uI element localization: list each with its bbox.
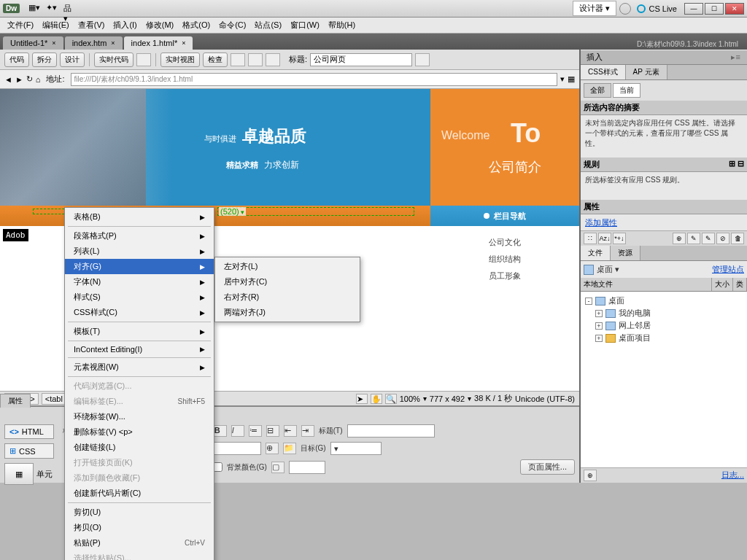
inspect-button[interactable]: 检查 (203, 52, 228, 67)
zoom-value[interactable]: 100% (400, 394, 420, 403)
live-code-icon[interactable] (136, 53, 151, 66)
css-styles-tab[interactable]: CSS样式 (581, 65, 626, 79)
tool-icon-1[interactable] (415, 53, 430, 66)
menu-help[interactable]: 帮助(H) (324, 18, 360, 32)
menu-view[interactable]: 查看(V) (74, 18, 109, 32)
tree-network[interactable]: +网上邻居 (585, 319, 743, 332)
menu-edit[interactable]: 编辑(E) (38, 18, 74, 32)
log-link[interactable]: 日志... (721, 470, 744, 481)
cm-edit-tag[interactable]: 编辑标签(E)...Shift+F5 (65, 394, 214, 409)
close-button[interactable]: ✕ (725, 3, 744, 15)
link-icon[interactable]: ⊕ (266, 443, 279, 454)
site-select[interactable]: 桌面 ▾ (597, 264, 709, 275)
menu-format[interactable]: 格式(O) (178, 18, 214, 32)
add-property-link[interactable]: 添加属性 (585, 218, 617, 227)
cm-cut[interactable]: 剪切(U) (65, 505, 214, 520)
cm-incontext[interactable]: InContext Editing(I)▶ (65, 343, 214, 356)
tab-index-1-html[interactable]: index 1.html*× (124, 36, 193, 50)
extend-icon[interactable]: ✦▾ (46, 3, 58, 15)
cm-css-style[interactable]: CSS样式(C)▶ (65, 305, 214, 320)
color-swatch[interactable]: ▢ (271, 462, 285, 473)
title-prop-input[interactable] (347, 424, 435, 438)
refresh-icon[interactable]: ↻ (26, 74, 33, 84)
cm-open-link[interactable]: 打开链接页面(K) (65, 455, 214, 470)
css-mode-button[interactable]: CSS (4, 443, 54, 459)
selected-text[interactable]: Adob (3, 229, 28, 241)
italic-icon[interactable]: I (231, 425, 244, 437)
close-icon[interactable]: × (111, 39, 115, 47)
cm-paste-special[interactable]: 选择性粘贴(S)... (65, 551, 214, 560)
address-go-icon[interactable]: ▾ (560, 74, 565, 84)
ap-elements-tab[interactable]: AP 元素 (626, 65, 667, 79)
cslive-button[interactable]: CS Live (637, 4, 677, 13)
cm-font[interactable]: 字体(N)▶ (65, 274, 214, 289)
insert-panel-header[interactable]: 插入▸≡ (581, 50, 747, 65)
page-properties-button[interactable]: 页面属性... (520, 459, 575, 475)
close-icon[interactable]: × (52, 39, 55, 47)
sm-align-center[interactable]: 居中对齐(C) (215, 274, 360, 289)
az-icon[interactable]: Az↓ (598, 233, 611, 244)
html-mode-button[interactable]: HTML (4, 424, 54, 439)
close-icon[interactable]: × (182, 39, 185, 47)
address-input[interactable] (71, 73, 558, 86)
list-icon[interactable]: ≔ (249, 425, 262, 437)
home-icon[interactable]: ⌂ (36, 75, 41, 84)
set-icon[interactable]: *+↓ (613, 233, 626, 244)
edit-rule-icon[interactable]: ✎ (702, 233, 715, 244)
all-subtab[interactable]: 全部 (584, 83, 611, 98)
col-size[interactable]: 大小 (712, 278, 733, 291)
col-local[interactable]: 本地文件 (581, 278, 712, 291)
cm-add-color[interactable]: 添加到颜色收藏(F) (65, 470, 214, 486)
site-icon[interactable]: 品▾ (63, 3, 75, 15)
cm-element-view[interactable]: 元素视图(W)▶ (65, 359, 214, 375)
cm-list[interactable]: 列表(L)▶ (65, 244, 214, 259)
live-view-button[interactable]: 实时视图 (160, 52, 200, 67)
cm-remove-tag[interactable]: 删除标签(V) <p> (65, 424, 214, 440)
disable-icon[interactable]: ⊘ (716, 233, 729, 244)
folder-icon[interactable]: 📁 (283, 443, 296, 454)
tree-desktop[interactable]: -桌面 (585, 295, 743, 307)
maximize-button[interactable]: ☐ (705, 3, 724, 15)
dimensions[interactable]: 777 x 492 (430, 394, 465, 403)
cm-templates[interactable]: 模板(T)▶ (65, 324, 214, 339)
forward-icon[interactable]: ► (15, 75, 23, 84)
numlist-icon[interactable]: ⊟ (266, 425, 279, 437)
menu-file[interactable]: 文件(F) (3, 18, 38, 32)
cm-align[interactable]: 对齐(G)▶ (65, 259, 214, 274)
tag-table[interactable]: <tabl (42, 393, 66, 405)
tree-desktop-items[interactable]: +桌面项目 (585, 332, 743, 344)
col-type[interactable]: 类 (733, 278, 747, 291)
sm-align-left[interactable]: 左对齐(L) (215, 259, 360, 274)
delete-icon[interactable]: 🗑 (731, 233, 744, 244)
tab-index-htm[interactable]: index.htm× (65, 36, 123, 50)
cm-table[interactable]: 表格(B)▶ (65, 209, 214, 225)
menu-modify[interactable]: 修改(M) (142, 18, 179, 32)
options-icon[interactable] (266, 53, 280, 66)
tree-mycomputer[interactable]: +我的电脑 (585, 307, 743, 319)
menu-commands[interactable]: 命令(C) (214, 18, 250, 32)
files-tab[interactable]: 文件 (581, 246, 611, 260)
menu-insert[interactable]: 插入(I) (109, 18, 141, 32)
hand-icon[interactable]: ✋ (371, 394, 382, 404)
cm-code-navigator[interactable]: 代码浏览器(C)... (65, 378, 214, 394)
properties-tab[interactable]: 属性 (0, 394, 31, 408)
current-subtab[interactable]: 当前 (613, 83, 640, 98)
cm-make-link[interactable]: 创建链接(L) (65, 440, 214, 455)
cm-wrap-tag[interactable]: 环绕标签(W)... (65, 409, 214, 424)
manage-sites-link[interactable]: 管理站点 (712, 264, 744, 275)
title-input[interactable] (310, 53, 412, 66)
indent-icon[interactable]: ⇥ (301, 425, 314, 437)
cm-style[interactable]: 样式(S)▶ (65, 289, 214, 305)
split-view-button[interactable]: 拆分 (32, 52, 57, 67)
refresh-icon[interactable] (248, 53, 263, 66)
new-rule-icon[interactable]: ✎ (687, 233, 700, 244)
cascade-icon[interactable]: ∷ (584, 233, 597, 244)
bgcolor-input[interactable] (289, 461, 325, 474)
outdent-icon[interactable]: ⇤ (284, 425, 297, 437)
sidebar-link[interactable]: 公司文化 (489, 237, 521, 248)
link-css-icon[interactable]: ⊕ (673, 233, 686, 244)
cm-paragraph[interactable]: 段落格式(P)▶ (65, 228, 214, 244)
menu-window[interactable]: 窗口(W) (286, 18, 324, 32)
layout-icon[interactable]: ▦▾ (28, 3, 40, 15)
design-view-button[interactable]: 设计 (60, 52, 85, 67)
